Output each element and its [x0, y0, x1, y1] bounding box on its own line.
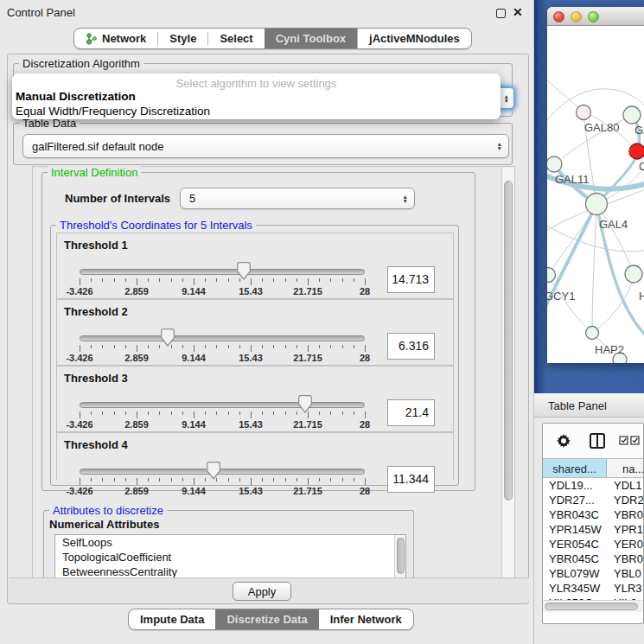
number-of-intervals-combobox[interactable]: 5 ▲▼: [180, 188, 415, 209]
screen: Control Panel ✕ Network Style Select Cyn…: [0, 0, 644, 644]
slider-tick-labels: -3.4262.8599.14415.4321.71528: [80, 353, 365, 363]
table-row[interactable]: YBL079WYBL0: [543, 566, 643, 581]
attribute-list-item[interactable]: TopologicalCoefficient: [55, 550, 405, 564]
table-panel-title: Table Panel: [548, 399, 607, 412]
table-rows: YDL19...YDL1YDR27...YDR2YBR043CYBR0YPR14…: [543, 478, 643, 610]
checkbox-icon[interactable]: [630, 436, 640, 445]
gear-icon[interactable]: [557, 434, 571, 448]
network-node: [547, 156, 562, 172]
table-data-group: Table Data galFiltered.sif default node …: [13, 123, 513, 165]
panel-scrollbar[interactable]: [501, 167, 514, 578]
node-label: GCY1: [547, 290, 575, 303]
control-panel: Control Panel ✕ Network Style Select Cyn…: [0, 0, 534, 644]
slider-track[interactable]: [80, 402, 365, 408]
float-window-icon[interactable]: [496, 9, 506, 18]
numerical-attributes-list[interactable]: SelfLoopsTopologicalCoefficientBetweenne…: [54, 534, 406, 579]
slider-tick-labels: -3.4262.8599.14415.4321.71528: [80, 419, 365, 430]
table-row[interactable]: YBR043CYBR0: [543, 507, 643, 522]
tab-select[interactable]: Select: [208, 29, 264, 48]
network-node: [586, 327, 599, 340]
stepper-arrows-icon: ▲▼: [403, 194, 408, 203]
slider-ticks: [80, 478, 365, 486]
table-row[interactable]: YLR345WYLR3: [543, 581, 643, 596]
slider-handle[interactable]: [298, 395, 312, 413]
table-hscrollbar[interactable]: [543, 600, 643, 612]
table-row[interactable]: YDR27...YDR2: [543, 493, 643, 507]
column-header-name[interactable]: na...: [607, 459, 643, 477]
slider-track[interactable]: [80, 269, 365, 275]
slider-track[interactable]: [80, 469, 365, 475]
threshold-4-slider[interactable]: -3.4262.8599.14415.4321.71528: [80, 459, 365, 497]
panel-title: Control Panel: [7, 6, 75, 19]
node-label: H: [639, 290, 644, 303]
dropdown-hint: Select algorithm to view settings: [12, 77, 501, 90]
scrollbar-thumb[interactable]: [504, 181, 513, 501]
dropdown-option-equal-width[interactable]: Equal Width/Frequency Discretization: [12, 105, 501, 119]
table-row[interactable]: YBR045CYBR0: [543, 552, 643, 566]
scrollbar-thumb[interactable]: [397, 538, 405, 574]
bottom-tabstrip: Impute Data Discretize Data Infer Networ…: [128, 609, 414, 630]
tab-discretize-data[interactable]: Discretize Data: [215, 609, 318, 629]
tab-infer-network[interactable]: Infer Network: [319, 609, 413, 629]
stepper-arrows-icon: ▲▼: [504, 94, 509, 103]
node-label: HAP2: [595, 343, 624, 356]
network-view-window[interactable]: GAL80 GA C GAL11 GAL4 GCY1 H HAP2: [547, 7, 644, 363]
tab-impute-data[interactable]: Impute Data: [129, 609, 215, 629]
threshold-label: Threshold 2: [64, 305, 128, 318]
close-traffic-icon[interactable]: [553, 11, 564, 22]
list-scrollbar[interactable]: [394, 535, 405, 578]
slider-handle[interactable]: [161, 328, 175, 347]
close-icon[interactable]: ✕: [513, 5, 523, 19]
network-node: [629, 143, 644, 159]
zoom-traffic-icon[interactable]: [588, 11, 599, 22]
apply-button[interactable]: Apply: [233, 582, 291, 601]
settings-scroll-area: Interval Definition Number of Intervals …: [32, 166, 515, 579]
node-table-window: shared... na... YDL19...YDL1YDR27...YDR2…: [542, 423, 644, 624]
group-title: Discretization Algorithm: [19, 57, 143, 70]
slider-tick-labels: -3.4262.8599.14415.4321.71528: [80, 286, 365, 296]
table-toolbar: [543, 424, 643, 458]
threshold-coordinates-group: Threshold's Coordinates for 5 Intervals …: [50, 225, 459, 486]
network-node: [623, 106, 641, 124]
slider-handle[interactable]: [207, 462, 220, 480]
threshold-3-slider[interactable]: -3.4262.8599.14415.4321.71528: [80, 392, 365, 430]
cyni-toolbox-panel: Discretization Algorithm ▲▼ Select algor…: [7, 54, 529, 604]
tab-network[interactable]: Network: [74, 29, 157, 48]
network-node: [547, 268, 556, 283]
threshold-2-value[interactable]: 6.316: [387, 333, 435, 360]
scrollbar-thumb[interactable]: [545, 603, 638, 610]
threshold-3-value[interactable]: 21.4: [387, 399, 435, 426]
node-label: C: [639, 160, 644, 173]
table-data-combobox[interactable]: galFiltered.sif default node ▲▼: [22, 134, 509, 158]
group-title: Threshold's Coordinates for 5 Intervals: [56, 219, 256, 232]
slider-ticks: [80, 345, 365, 353]
checkbox-icon[interactable]: [619, 436, 628, 445]
network-node: [577, 105, 591, 120]
tab-cyni-toolbox[interactable]: Cyni Toolbox: [265, 29, 357, 48]
table-panel-header: Table Panel: [534, 393, 644, 418]
slider-track[interactable]: [80, 335, 365, 341]
threshold-1-slider[interactable]: -3.4262.8599.14415.4321.71528: [80, 259, 365, 297]
desktop-background: GAL80 GA C GAL11 GAL4 GCY1 H HAP2: [534, 0, 644, 393]
tab-jactivemnodules[interactable]: jActiveMNodules: [357, 29, 471, 48]
interval-definition-group: Interval Definition Number of Intervals …: [41, 172, 475, 491]
slider-handle[interactable]: [237, 262, 251, 280]
minimize-traffic-icon[interactable]: [571, 11, 582, 22]
tab-style[interactable]: Style: [158, 29, 207, 48]
table-data-value: galFiltered.sif default node: [32, 140, 163, 153]
table-row[interactable]: YDL19...YDL1: [543, 478, 643, 493]
network-canvas[interactable]: GAL80 GA C GAL11 GAL4 GCY1 H HAP2: [547, 26, 644, 363]
attribute-list-item[interactable]: SelfLoops: [55, 535, 405, 550]
column-header-shared-name[interactable]: shared...: [543, 459, 607, 477]
table-row[interactable]: YPR145WYPR1: [543, 522, 643, 537]
threshold-2-slider[interactable]: -3.4262.8599.14415.4321.71528: [80, 326, 365, 364]
threshold-1-value[interactable]: 14.713: [387, 266, 435, 293]
threshold-4-value[interactable]: 11.344: [387, 466, 435, 493]
slider-ticks: [80, 278, 365, 286]
split-columns-icon[interactable]: [590, 433, 605, 449]
stepper-arrows-icon: ▲▼: [497, 142, 502, 150]
table-row[interactable]: YER054CYER0: [543, 537, 643, 552]
apply-bar: Apply: [9, 577, 529, 603]
control-panel-titlebar: Control Panel ✕: [0, 0, 533, 24]
dropdown-option-manual[interactable]: Manual Discretization: [12, 90, 501, 105]
